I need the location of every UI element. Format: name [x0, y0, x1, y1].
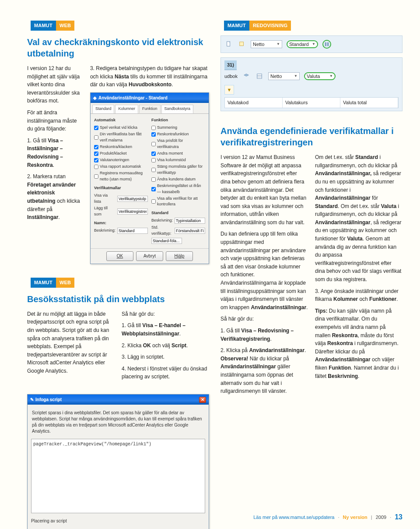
select-standard[interactable]: Standard▼: [287, 40, 318, 48]
dialog-buttons: OK Avbryt Hjälp: [91, 248, 209, 264]
tab-kolumner[interactable]: Kolumner: [115, 105, 138, 113]
chk-4[interactable]: Valutanoteringen: [94, 157, 148, 163]
funk-label: Funktion: [151, 117, 205, 123]
layers-icon[interactable]: [242, 72, 251, 81]
footer-mid: Ny version: [343, 514, 368, 521]
verif-label: Verifikatmallar: [94, 185, 148, 191]
toolbar-snippet-2: 31) udbok Netto▼ Valuta▼ ▼ Valutakod Val…: [220, 57, 402, 111]
section2-title: Besöksstatistik på din webbplats: [27, 293, 209, 305]
r-s2: 2. Klicka på Användarinställningar. Obse…: [220, 346, 308, 395]
rchk-5[interactable]: Stäng momslista gäller för verifikattyp: [151, 164, 205, 176]
section1-col2: 3. Redigera betalningstypen du tidigare …: [90, 64, 209, 264]
std-row2: Std. verifikattyp:: [151, 225, 205, 237]
new-doc-icon[interactable]: [224, 40, 233, 49]
auto-label: Automatisk: [94, 117, 148, 123]
rchk-2[interactable]: Visa prisfölt för verifikatrutra: [151, 138, 205, 150]
dialog-tabs[interactable]: Standard Kolumner Funktion Sandboksstyra: [91, 103, 209, 114]
script-dialog[interactable]: ✎ Infoga script ✕ Scriptet sparas i dina…: [27, 394, 209, 529]
chevron-down-icon: ▼: [227, 86, 232, 94]
script-desc: Scriptet sparas i dina webbplatsfiler. D…: [31, 408, 205, 439]
r-s1: 1. Gå till Visa – Redovisning – Verifika…: [220, 327, 308, 343]
std-label: Standard: [151, 210, 205, 216]
rchk-7[interactable]: Beskrivningsfältet ut ifrån — kassabelb: [151, 183, 205, 195]
page-number: 13: [395, 512, 402, 523]
placement-label: Placering av script: [31, 518, 205, 525]
chk-6[interactable]: Registrera momsauditeg netto (utan moms): [94, 170, 148, 183]
page-footer: Läs mer på www.mamut.se/uppdatera · Ny v…: [253, 512, 402, 523]
tab-sandbox[interactable]: Sandboksstyra: [161, 105, 194, 113]
std-row3: [151, 238, 205, 244]
s2-step4: 4. Nederst i fönstret väljer du önskad p…: [122, 365, 209, 381]
dialog-titlebar[interactable]: ◆ Användarinställningar - Standard: [91, 93, 209, 103]
section1-col1: I version 12 har du möjlighet att själv …: [27, 64, 83, 264]
verif-row1: Visa via lista: [94, 193, 148, 205]
r2-p1: Om det t.ex. står Standard i rullgardins…: [315, 153, 402, 284]
th-valutatotal: Valuta total: [340, 98, 398, 108]
toolbar-snippet-1: Netto▼ Standard▼: [220, 35, 402, 53]
chevron-down-icon: ▼: [312, 42, 315, 47]
chk-1[interactable]: Din verifikatlista ban fått verif.malarn…: [94, 131, 148, 144]
settings-dialog[interactable]: ◆ Användarinställningar - Standard Stand…: [90, 92, 209, 264]
rchk-0[interactable]: Summering: [151, 125, 205, 131]
svg-rect-3: [327, 42, 329, 46]
th-valutakod: Valutakod: [225, 98, 283, 108]
footer-year: 2009: [376, 514, 386, 521]
right-tag: MAMUTREDOVISNING: [220, 19, 402, 32]
rchk-6[interactable]: Ändra kundens datum: [151, 176, 205, 183]
r-p2: Du kan definiera upp till fem olika upps…: [220, 230, 308, 311]
select-netto-2[interactable]: Netto▼: [268, 72, 300, 80]
s1-step3: 3. Redigera betalningstypen du tidigare …: [90, 64, 209, 89]
svg-rect-2: [325, 42, 327, 46]
namn-row: Beskrivning:: [94, 228, 148, 234]
chevron-down-icon: ▼: [329, 74, 333, 79]
cancel-button[interactable]: Avbryt: [136, 251, 163, 261]
right-title: Använda egendefinierade verifikatmallar …: [220, 125, 402, 148]
settings-icon[interactable]: [322, 40, 331, 49]
row-31-label: 31): [224, 60, 237, 70]
s2-step1: 1. Gå till Visa – E-handel – Webbplatsin…: [122, 321, 209, 338]
section2-col1: Det är nu möjligt att lägga in både tred…: [27, 310, 115, 384]
th-valutakurs: Valutakurs: [283, 98, 340, 108]
std-row1: Beskrivning:: [151, 218, 205, 224]
r2-tips: Tips: Du kan själv välja namn på dina ve…: [315, 307, 402, 380]
rchk-3[interactable]: Andra moment: [151, 151, 205, 157]
close-icon[interactable]: ✕: [199, 397, 206, 403]
radio-row: HTML <Head> tag Överst i HTML <Body> tag…: [31, 525, 205, 529]
verif-row2: Lägg till som: [94, 205, 148, 218]
help-button[interactable]: Hjälp: [166, 251, 193, 261]
footer-link: Läs mer på www.mamut.se/uppdatera: [253, 514, 334, 521]
right-col2: Om det t.ex. står Standard i rullgardins…: [315, 153, 402, 516]
s2-step2: 2. Klicka OK och välj Script.: [122, 342, 209, 350]
right-col1: I version 12 av Mamut Business Software …: [220, 153, 308, 516]
dropdown-icon[interactable]: ▼: [224, 85, 234, 95]
grid-icon[interactable]: [255, 72, 264, 81]
s2-step3: 3. Lägg in scriptet.: [122, 353, 209, 361]
window-icon: ◆: [93, 95, 97, 102]
section-tag: MAMUTWEB: [27, 19, 78, 32]
script-icon: ✎: [30, 396, 34, 403]
ok-button[interactable]: OK: [106, 251, 133, 261]
rchk-4[interactable]: Visa kolumnstöd: [151, 157, 205, 163]
chevron-down-icon: ▼: [294, 74, 298, 79]
s1-step2: 2. Markera rutan Företaget använder elek…: [27, 173, 83, 222]
chk-0[interactable]: Spel verikat vid klicka: [94, 125, 148, 131]
table-header: Valutakod Valutakurs Valuta total: [224, 97, 399, 108]
note-icon[interactable]: [238, 40, 246, 49]
svg-rect-0: [227, 42, 230, 46]
section2-tag: MAMUTWEB: [27, 276, 78, 289]
tag-brand: MAMUT: [31, 21, 56, 31]
tag-topic: WEB: [56, 21, 74, 31]
namn-label: Namn:: [94, 220, 148, 226]
svg-rect-1: [240, 42, 244, 46]
rchk-1[interactable]: Reskontrafunktion: [151, 131, 205, 138]
chk-2[interactable]: Reskontra/klacken: [94, 144, 148, 150]
tab-standard[interactable]: Standard: [92, 105, 115, 113]
select-valuta[interactable]: Valuta▼: [304, 72, 336, 80]
script-titlebar[interactable]: ✎ Infoga script ✕: [28, 395, 209, 405]
rchk-8[interactable]: Visa alla verifikat för att kontrollera: [151, 196, 205, 208]
tab-funktion[interactable]: Funktion: [139, 105, 161, 113]
chk-3[interactable]: Produkt/klacket: [94, 151, 148, 157]
chk-5[interactable]: Visa rapport automatisk: [94, 164, 148, 170]
script-textarea[interactable]: pageTracker._trackPageview("/homepage/li…: [31, 439, 205, 513]
select-netto-1[interactable]: Netto▼: [251, 40, 282, 48]
